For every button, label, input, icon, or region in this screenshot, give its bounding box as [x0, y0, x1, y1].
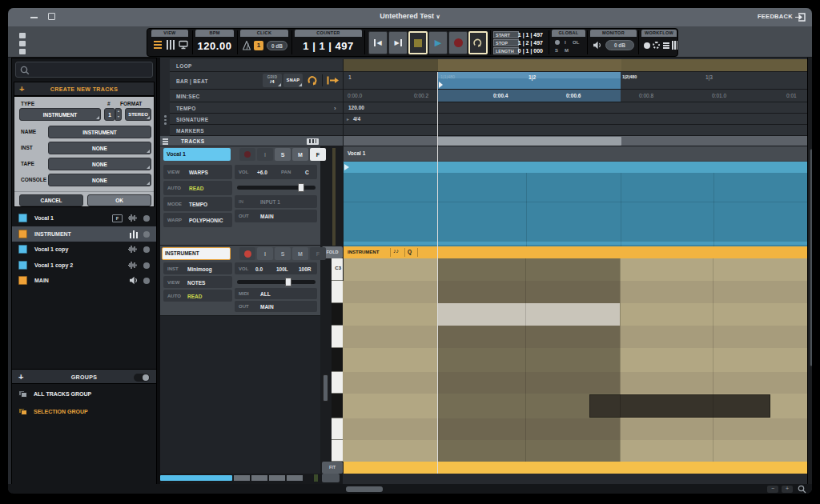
min-sec-row-label[interactable]: MIN:SEC	[170, 90, 343, 102]
zoom-tool-icon[interactable]	[798, 485, 806, 494]
piano-key-white[interactable]	[332, 440, 343, 462]
vocal-input-row[interactable]: ININPUT 1	[235, 195, 317, 208]
fit-button[interactable]: FIT	[322, 462, 343, 474]
instrument-inst-row[interactable]: INSTMinimoog	[163, 262, 232, 274]
inst-dropdown[interactable]: NONE	[48, 142, 151, 154]
signature-row-label[interactable]: SIGNATURE	[170, 114, 343, 125]
loop-row-label[interactable]: LOOP	[170, 59, 343, 72]
zoom-segment[interactable]	[287, 475, 303, 481]
bar-beat-ruler[interactable]: 1 1|1|480 1|2 1|2|480 1|3	[343, 72, 807, 90]
vocal-event-title-strip[interactable]: Vocal 1	[343, 146, 807, 162]
quantize-button[interactable]: Q	[408, 249, 412, 254]
record-button[interactable]	[448, 31, 468, 54]
loop-ruler[interactable]	[343, 59, 807, 72]
vocal-view-row[interactable]: VIEWWARPS	[163, 165, 232, 179]
bar-beat-row-label[interactable]: BAR | BEAT GRID /4 SNAP	[170, 72, 343, 90]
tempo-lane[interactable]: 120.00	[343, 102, 807, 114]
vocal-output-row[interactable]: OUTMAIN	[235, 210, 317, 222]
metronome-icon[interactable]	[243, 41, 251, 50]
vocal-warp-row[interactable]: WARPPOLYPHONIC	[163, 213, 232, 227]
loop-start-value[interactable]: 1 | 1 | 497	[493, 32, 543, 38]
vocal-event-header-band[interactable]	[343, 162, 807, 173]
track-state-dot[interactable]	[143, 278, 150, 284]
tracks-list-icon[interactable]	[163, 138, 168, 145]
format-dropdown[interactable]: STEREO	[125, 108, 151, 121]
autoscroll-icon[interactable]	[326, 75, 340, 86]
vocal-solo-button[interactable]: S	[275, 148, 291, 161]
instrument-record-arm-button[interactable]	[239, 247, 255, 260]
playhead-line[interactable]	[437, 72, 438, 474]
snap-button[interactable]: SNAP	[283, 74, 303, 87]
workflow-record-mode-icon[interactable]	[644, 42, 650, 49]
vocal-input-monitor-button[interactable]: I	[257, 148, 273, 161]
go-to-end-button[interactable]: ▶	[388, 31, 408, 54]
tempo-row-label[interactable]: TEMPO›	[170, 102, 343, 114]
track-color-swatch[interactable]	[18, 245, 27, 254]
grid-button[interactable]: GRID /4	[263, 74, 282, 87]
horizontal-scrollbar-thumb[interactable]	[346, 486, 383, 492]
counter-value[interactable]: 1 | 1 | 497	[295, 40, 362, 52]
group-item-all-tracks[interactable]: ALL TRACKS GROUP	[12, 387, 156, 401]
track-name-field[interactable]: INSTRUMENT	[48, 126, 151, 138]
arrange-scrollbar-thumb[interactable]	[810, 149, 812, 366]
go-to-start-button[interactable]: ◀	[368, 31, 388, 54]
zoom-segment[interactable]	[251, 475, 267, 481]
loop-stop-value[interactable]: 1 | 2 | 497	[493, 40, 543, 46]
mini-fit-button[interactable]	[322, 474, 340, 482]
track-height-icon[interactable]	[307, 138, 319, 145]
instrument-solo-button[interactable]: S	[275, 247, 291, 260]
instrument-mute-button[interactable]: M	[292, 247, 308, 260]
track-list-item-instrument[interactable]: INSTRUMENT	[12, 226, 156, 242]
vocal-mode-row[interactable]: MODETEMPO	[163, 197, 232, 211]
global-mute-toggle[interactable]: M	[565, 48, 569, 53]
piano-key-black[interactable]	[332, 348, 343, 372]
instrument-auto-row[interactable]: AUTOREAD	[163, 290, 232, 302]
instrument-input-monitor-button[interactable]: I	[257, 247, 273, 260]
instrument-midi-row[interactable]: MIDIALL	[235, 288, 317, 299]
transpose-notes-icon[interactable]: ♪♪	[393, 248, 399, 254]
vocal-folder-button[interactable]: F	[310, 148, 326, 161]
track-list-item-vocal1-copy2[interactable]: Vocal 1 copy 2	[12, 258, 156, 273]
piano-key-black[interactable]	[332, 303, 343, 326]
track-state-dot[interactable]	[143, 246, 150, 253]
monitor-level-button[interactable]: 0 dB	[605, 40, 634, 50]
min-sec-ruler[interactable]: 0:00.0 0:00.2 0:00.4 0:00.6 0:00.8 0:01.…	[343, 90, 807, 102]
tempo-expand-chevron[interactable]: ›	[334, 105, 336, 112]
signature-lane[interactable]: ▸ 4/4	[343, 114, 807, 125]
vocal-track-name-box[interactable]: Vocal 1	[163, 148, 231, 161]
track-state-dot[interactable]	[143, 231, 150, 238]
track-list-item-main[interactable]: MAIN	[12, 273, 156, 288]
vocal-mute-button[interactable]: M	[292, 148, 308, 161]
loop-length-value[interactable]: 0 | 1 | 000	[493, 48, 543, 54]
stop-button[interactable]	[408, 31, 428, 54]
track-list-item-vocal1[interactable]: Vocal 1 F	[12, 210, 156, 226]
instrument-clip-header[interactable]: INSTRUMENT ♪♪ Q	[343, 246, 807, 258]
global-solo-toggle[interactable]: S	[555, 48, 558, 53]
vocal-vol-pan-row[interactable]: VOL+6.0 PANC	[235, 165, 317, 179]
click-count-badge[interactable]: 1	[254, 41, 263, 50]
piano-key-white[interactable]	[332, 326, 343, 348]
zoom-in-button[interactable]: +	[782, 486, 793, 493]
zoom-out-button[interactable]: −	[767, 486, 778, 493]
zoom-segment[interactable]	[269, 475, 285, 481]
instrument-track-name-box[interactable]: INSTRUMENT	[162, 247, 231, 260]
track-count-field[interactable]: 1	[104, 108, 115, 121]
click-level-button[interactable]: 0 dB	[267, 41, 287, 50]
track-color-swatch[interactable]	[18, 230, 27, 238]
instrument-output-row[interactable]: OUTMAIN	[235, 301, 317, 312]
track-state-dot[interactable]	[143, 262, 150, 269]
workflow-gear-icon[interactable]	[653, 42, 660, 49]
groups-toggle[interactable]	[134, 374, 150, 382]
arrange-scrollbar-track[interactable]	[807, 58, 812, 484]
loop-button[interactable]	[468, 31, 488, 54]
vocal-volume-slider[interactable]	[237, 186, 316, 190]
editor-vertical-scrollbar[interactable]	[323, 374, 328, 402]
instrument-clip-footer[interactable]	[343, 462, 807, 474]
global-overdub-toggle[interactable]: OL	[573, 40, 579, 45]
workflow-console-icon[interactable]	[672, 41, 677, 50]
piano-key-white[interactable]	[332, 372, 343, 394]
minimap-view-window[interactable]	[438, 137, 621, 146]
feedback-button[interactable]: FEEDBACK	[758, 13, 793, 20]
tempo-value[interactable]: 120.00	[348, 105, 364, 110]
track-list-item-vocal1-copy[interactable]: Vocal 1 copy	[12, 242, 156, 257]
